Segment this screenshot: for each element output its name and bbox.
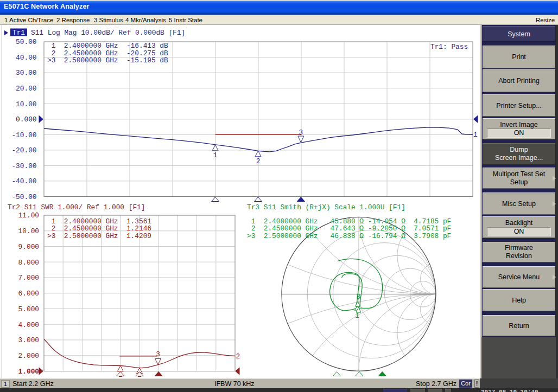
svg-text:>3 2.5000000 GHz -15.195 dB: >3 2.5000000 GHz -15.195 dB — [47, 56, 168, 65]
svg-text:1: 1 — [213, 151, 218, 159]
svg-text:3: 3 — [356, 293, 360, 301]
svg-text:10.00: 10.00 — [18, 227, 39, 235]
svg-text:8.000: 8.000 — [18, 259, 39, 267]
svg-text:40.00: 40.00 — [16, 54, 36, 62]
svg-text:Tr2 S11 SWR 1.000/ Ref 1.000 [: Tr2 S11 SWR 1.000/ Ref 1.000 [F1] — [8, 203, 145, 211]
svg-text:10.00: 10.00 — [16, 100, 36, 108]
svg-text:2: 2 — [236, 352, 240, 361]
svg-text:>3 2.5000000 GHz 1.4209: >3 2.5000000 GHz 1.4209 — [47, 232, 151, 240]
svg-text:Tr1: Tr1 — [12, 29, 25, 37]
svg-text:1: 1 — [355, 312, 359, 320]
svg-text:1.000: 1.000 — [18, 368, 39, 376]
svg-text:3.000: 3.000 — [18, 336, 39, 344]
svg-text:2: 2 — [256, 157, 261, 165]
svg-text:1: 1 — [473, 131, 478, 139]
svg-text:11.00: 11.00 — [18, 211, 39, 220]
svg-text:0.000: 0.000 — [16, 115, 36, 124]
svg-text:Tr1: Pass: Tr1: Pass — [430, 43, 468, 51]
svg-text:20.00: 20.00 — [16, 85, 36, 93]
svg-text:9.000: 9.000 — [18, 243, 39, 251]
svg-text:7.000: 7.000 — [18, 274, 39, 282]
svg-text:5.000: 5.000 — [18, 305, 39, 313]
svg-text:-10.00: -10.00 — [11, 131, 36, 139]
svg-text:>3 2.5000000 GHz 46.838 Ω -: >3 2.5000000 GHz 46.838 Ω -16.794 Ω 3.79… — [247, 232, 451, 240]
svg-text:-20.00: -20.00 — [11, 146, 36, 155]
svg-text:S11 Log Mag 10.00dB/ Ref 0.000: S11 Log Mag 10.00dB/ Ref 0.000dB [F1] — [31, 29, 185, 37]
svg-text:6.000: 6.000 — [18, 290, 39, 298]
svg-text:-50.00: -50.00 — [11, 193, 36, 201]
svg-text:3: 3 — [156, 350, 160, 358]
svg-text:-40.00: -40.00 — [11, 177, 36, 185]
svg-text:50.00: 50.00 — [16, 38, 36, 46]
svg-text:30.00: 30.00 — [16, 69, 36, 77]
svg-text:2.000: 2.000 — [18, 352, 39, 360]
svg-text:-30.00: -30.00 — [11, 162, 36, 170]
svg-text:4.000: 4.000 — [18, 321, 39, 329]
svg-text:3: 3 — [299, 128, 303, 137]
svg-text:Tr3 S11 Smith (R+jX) Scale 1.0: Tr3 S11 Smith (R+jX) Scale 1.000U [F1] — [247, 203, 405, 211]
